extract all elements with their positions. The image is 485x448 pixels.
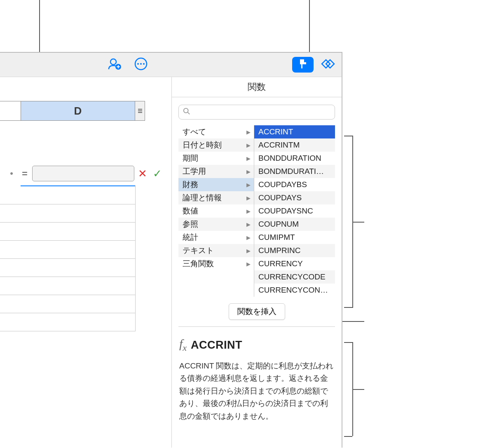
category-list: すべて▶日付と時刻▶期間▶工学用▶財務▶論理と情報▶数値▶参照▶統計▶テキスト▶… [178, 125, 254, 297]
function-detail-description: ACCRINT 関数は、定期的に利息が支払われる債券の経過利息を返します。返され… [179, 360, 334, 422]
category-item[interactable]: 参照▶ [178, 218, 254, 231]
insert-function-button[interactable]: 関数を挿入 [229, 303, 285, 320]
search-input[interactable] [178, 105, 335, 120]
spreadsheet-area: D • = ✕ ✓ [0, 77, 172, 448]
chevron-right-icon: ▶ [246, 155, 251, 162]
category-item[interactable]: 数値▶ [178, 204, 254, 218]
search-container [172, 97, 342, 125]
callout-bracket [344, 436, 352, 437]
chevron-right-icon: ▶ [246, 235, 251, 241]
format-brush-icon [297, 58, 309, 71]
category-item[interactable]: テキスト▶ [178, 244, 254, 257]
category-item[interactable]: 期間▶ [178, 152, 254, 165]
table-row[interactable] [0, 259, 135, 277]
svg-point-0 [110, 59, 116, 65]
table-row[interactable] [0, 204, 135, 223]
svg-point-3 [137, 63, 139, 65]
function-item[interactable]: CURRENCY [254, 257, 335, 270]
app-window: D • = ✕ ✓ [0, 52, 342, 448]
chevron-right-icon: ▶ [246, 261, 251, 267]
content-area: D • = ✕ ✓ [0, 77, 342, 448]
function-item[interactable]: CURRENCYCODE [254, 270, 335, 284]
chevron-right-icon: ▶ [246, 195, 251, 201]
chevron-right-icon: ▶ [246, 182, 251, 188]
formula-editor: • = ✕ ✓ [6, 164, 164, 183]
table-row[interactable] [0, 277, 135, 295]
function-item[interactable]: BONDDURATION [254, 152, 335, 165]
collaborator-icon [108, 57, 122, 73]
category-item[interactable]: 統計▶ [178, 231, 254, 244]
category-item[interactable]: 財務▶ [178, 178, 254, 191]
formula-input[interactable] [32, 166, 134, 181]
chevron-right-icon: ▶ [246, 142, 251, 148]
more-button[interactable] [133, 56, 149, 73]
callout-bracket [344, 136, 352, 136]
fx-icon: fx [179, 337, 187, 353]
sidebar-title-label: 関数 [248, 81, 266, 93]
function-item[interactable]: COUPDAYSNC [254, 204, 335, 218]
table-row[interactable] [0, 313, 135, 331]
category-item[interactable]: 論理と情報▶ [178, 191, 254, 204]
function-list: ACCRINTACCRINTMBONDDURATIONBONDMDURATI…C… [254, 125, 335, 297]
cell-grid[interactable] [0, 185, 135, 331]
column-label: D [74, 105, 82, 117]
chevron-right-icon: ▶ [246, 169, 251, 175]
svg-point-4 [140, 63, 142, 65]
cancel-formula-button[interactable]: ✕ [136, 167, 149, 180]
category-item[interactable]: 日付と時刻▶ [178, 138, 254, 152]
accept-formula-button[interactable]: ✓ [151, 167, 164, 180]
chevron-right-icon: ▶ [246, 208, 251, 214]
function-item[interactable]: CUMPRINC [254, 244, 335, 257]
table-row[interactable] [0, 223, 135, 241]
function-item[interactable]: ACCRINTM [254, 138, 335, 152]
check-icon: ✓ [153, 167, 162, 180]
functions-sidebar: 関数 すべて▶日付と時刻▶期間▶工学用▶財務▶論理と情報▶数値▶参照▶統計▶テキ… [172, 77, 342, 448]
callout-bracket [344, 342, 352, 343]
grid-edge [135, 185, 136, 331]
function-item[interactable]: COUPNUM [254, 218, 335, 231]
sidebar-title: 関数 [172, 77, 342, 97]
svg-point-6 [184, 108, 188, 113]
callout-bracket [344, 307, 352, 308]
table-row[interactable] [0, 241, 135, 259]
column-header-d[interactable]: D [21, 101, 135, 121]
function-item[interactable]: ACCRINT [254, 125, 335, 138]
function-item[interactable]: COUPDAYS [254, 191, 335, 204]
function-detail-name: ACCRINT [191, 339, 242, 352]
chevron-right-icon: ▶ [246, 221, 251, 228]
callout-line [309, 0, 310, 54]
function-browser: すべて▶日付と時刻▶期間▶工学用▶財務▶論理と情報▶数値▶参照▶統計▶テキスト▶… [172, 125, 342, 297]
category-item[interactable]: すべて▶ [178, 125, 254, 138]
formula-menu-icon[interactable]: • [6, 168, 17, 179]
callout-line [39, 0, 40, 54]
column-menu-handle[interactable] [135, 101, 145, 121]
more-icon [134, 57, 148, 73]
collaborate-button[interactable] [106, 56, 123, 73]
search-icon [183, 108, 190, 117]
format-panel-button[interactable] [292, 57, 314, 73]
chevron-right-icon: ▶ [246, 248, 251, 254]
equals-sign: = [19, 168, 30, 179]
svg-point-5 [143, 63, 145, 65]
column-header[interactable] [0, 101, 21, 121]
category-item[interactable]: 三角関数▶ [178, 257, 254, 270]
function-item[interactable]: BONDMDURATI… [254, 165, 335, 178]
callout-bracket [352, 222, 364, 223]
table-row[interactable] [0, 186, 135, 204]
category-item[interactable]: 工学用▶ [178, 165, 254, 178]
table-row[interactable] [0, 295, 135, 313]
shapes-icon [320, 58, 335, 71]
callout-bracket [352, 389, 364, 390]
chevron-right-icon: ▶ [246, 129, 251, 135]
function-item[interactable]: CURRENCYCON… [254, 284, 335, 297]
close-icon: ✕ [138, 167, 147, 180]
toolbar [0, 53, 342, 77]
function-item[interactable]: CUMIPMT [254, 231, 335, 244]
organize-panel-button[interactable] [317, 57, 338, 73]
function-detail: fx ACCRINT ACCRINT 関数は、定期的に利息が支払われる債券の経過… [172, 327, 342, 432]
function-item[interactable]: COUPDAYBS [254, 178, 335, 191]
